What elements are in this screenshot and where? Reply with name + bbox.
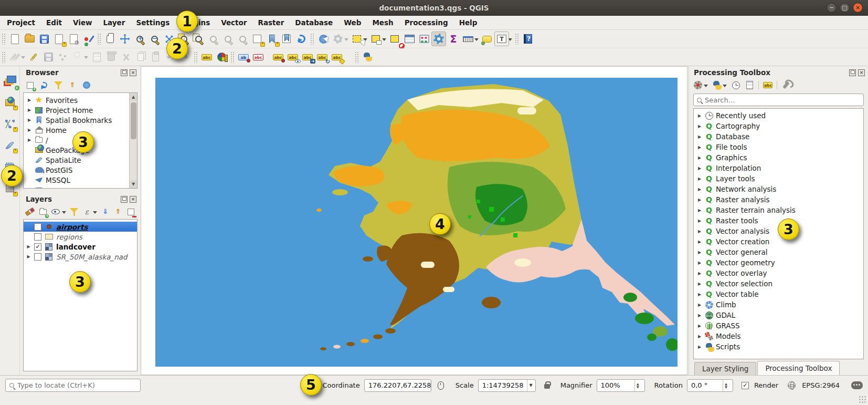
expand-icon[interactable]: ▶ [697, 134, 702, 139]
expand-icon[interactable]: ▶ [697, 219, 702, 223]
expand-icon[interactable]: ▶ [26, 254, 31, 259]
processing-group-vector-creation[interactable]: ▶QVector creation [694, 236, 863, 247]
expand-icon[interactable]: ▶ [26, 244, 31, 249]
manage-map-themes-icon[interactable] [51, 207, 60, 216]
layer-row-landcover[interactable]: ▶ ✓ landcover [24, 242, 137, 252]
menu-mesh[interactable]: Mesh [371, 17, 395, 28]
crs-status[interactable]: EPSG:2964 [802, 381, 840, 389]
layers-float-icon[interactable] [121, 196, 128, 203]
processing-group-graphics[interactable]: ▶QGraphics [694, 152, 863, 163]
processing-group-gdal[interactable]: ▶GDALGDAL [694, 310, 863, 320]
pin-unpin-labels-icon[interactable] [271, 50, 285, 65]
map-tips-icon[interactable] [480, 32, 494, 46]
deselect-features-icon[interactable] [387, 32, 402, 46]
current-edits-dropdown-icon[interactable] [21, 56, 25, 61]
scale-dropdown-icon[interactable]: ▼ [527, 380, 535, 391]
identify-features-icon[interactable] [316, 32, 331, 46]
toolbar-drag-handle[interactable] [2, 51, 6, 63]
maximize-button[interactable]: □ [840, 3, 850, 13]
run-feature-action-icon[interactable] [331, 32, 345, 46]
processing-group-layer-tools[interactable]: ▶QLayer tools [694, 173, 863, 184]
map-themes-dropdown-icon[interactable] [62, 211, 66, 216]
change-label-icon[interactable] [330, 50, 344, 65]
expand-icon[interactable]: ▶ [697, 187, 702, 192]
crs-globe-icon[interactable] [788, 381, 796, 389]
toggle-processing-toolbox-icon[interactable] [431, 32, 446, 46]
expand-icon[interactable]: ▶ [697, 313, 702, 318]
expand-icon[interactable]: ▶ [697, 345, 702, 349]
processing-group-database[interactable]: ▶QDatabase [694, 131, 863, 142]
zoom-next-icon[interactable] [235, 32, 250, 46]
processing-group-recently-used[interactable]: ▶Recently used [694, 110, 863, 121]
zoom-to-native-icon[interactable] [206, 32, 220, 46]
add-selected-layers-icon[interactable] [25, 80, 35, 90]
save-layer-edits-icon[interactable] [41, 50, 56, 65]
expand-icon[interactable]: ▶ [27, 138, 32, 142]
filter-browser-icon[interactable] [54, 80, 63, 90]
rotation-spinbox[interactable]: 0,0 °▲▼ [687, 379, 733, 392]
copy-features-icon[interactable] [133, 50, 148, 65]
highlight-unplaced-labels-icon[interactable] [251, 50, 266, 65]
select-features-by-value-icon[interactable] [368, 32, 383, 46]
menu-vector[interactable]: Vector [219, 17, 248, 28]
show-layout-manager-icon[interactable]: ⚙ [66, 32, 81, 46]
locate-input[interactable] [17, 381, 136, 389]
show-statistical-summary-icon[interactable]: Σ [446, 32, 461, 46]
show-hide-labels-icon[interactable] [285, 50, 300, 65]
processing-group-vector-general[interactable]: ▶QVector general [694, 247, 863, 257]
browser-scrollbar[interactable]: ▲ ▼ [129, 93, 137, 188]
new-project-icon[interactable] [7, 32, 22, 46]
menu-project[interactable]: Project [5, 17, 37, 28]
toolbar-drag-handle[interactable] [194, 51, 198, 63]
new-shapefile-layer-icon[interactable] [3, 117, 17, 131]
menu-view[interactable]: View [71, 17, 93, 28]
new-geopackage-layer-icon[interactable] [3, 95, 17, 110]
menu-database[interactable]: Database [293, 17, 334, 28]
zoom-to-selection-icon[interactable] [191, 32, 206, 46]
menu-raster[interactable]: Raster [257, 17, 286, 28]
processing-group-interpolation[interactable]: ▶QInterpolation [694, 163, 863, 173]
expand-icon[interactable]: ▶ [697, 145, 702, 150]
browser-item-project-home[interactable]: ▶Project Home [24, 105, 137, 115]
menu-help[interactable]: Help [458, 17, 479, 28]
expand-icon[interactable]: ▶ [697, 166, 702, 171]
remove-layer-icon[interactable] [126, 207, 135, 216]
tab-layer-styling[interactable]: Layer Styling [694, 362, 756, 375]
processing-group-vector-selection[interactable]: ▶QVector selection [694, 278, 863, 289]
processing-group-vector-table[interactable]: ▶QVector table [694, 289, 863, 299]
render-checkbox[interactable]: ✓ [742, 382, 749, 389]
expand-icon[interactable]: ▶ [27, 108, 32, 112]
expand-icon[interactable]: ▶ [697, 334, 702, 339]
browser-item-favorites[interactable]: ▶★Favorites [24, 95, 137, 105]
layer-checkbox[interactable] [34, 233, 41, 241]
cut-features-icon[interactable] [119, 50, 133, 65]
expand-all-icon[interactable]: ⇓ [101, 207, 110, 216]
filter-by-expression-icon[interactable]: ε [82, 207, 91, 216]
browser-item-spatialite[interactable]: SpatiaLite [24, 155, 137, 165]
expand-icon[interactable]: ▶ [697, 113, 702, 118]
toolbar-drag-handle[interactable] [355, 51, 359, 63]
new-map-view-icon[interactable] [250, 32, 264, 46]
browser-close-icon[interactable]: × [130, 69, 136, 76]
expand-icon[interactable]: ▶ [27, 118, 32, 122]
menu-processing[interactable]: Processing [403, 17, 450, 28]
vertex-tool-icon[interactable] [70, 50, 85, 65]
properties-widget-icon[interactable] [82, 80, 91, 90]
current-edits-icon[interactable] [7, 50, 22, 65]
map-view[interactable] [155, 78, 678, 367]
collapse-all-layers-icon[interactable]: ⇑ [113, 207, 122, 216]
menu-settings[interactable]: Settings [134, 17, 171, 28]
open-attribute-table-icon[interactable] [402, 32, 417, 46]
edit-features-in-place-icon[interactable] [763, 80, 772, 90]
window-resize-grip[interactable] [859, 396, 866, 403]
history-icon[interactable] [731, 80, 740, 90]
processing-options-icon[interactable] [781, 80, 791, 90]
expand-icon[interactable]: ▶ [697, 271, 702, 276]
rotation-spinner-icon[interactable]: ▲▼ [723, 380, 729, 391]
processing-group-file-tools[interactable]: ▶QFile tools [694, 142, 863, 152]
modify-attributes-icon[interactable] [89, 50, 104, 65]
processing-group-network-analysis[interactable]: ▶QNetwork analysis [694, 184, 863, 194]
save-project-icon[interactable] [37, 32, 51, 46]
expand-icon[interactable]: ▶ [27, 128, 32, 132]
vertex-tool-dropdown-icon[interactable] [84, 56, 88, 61]
